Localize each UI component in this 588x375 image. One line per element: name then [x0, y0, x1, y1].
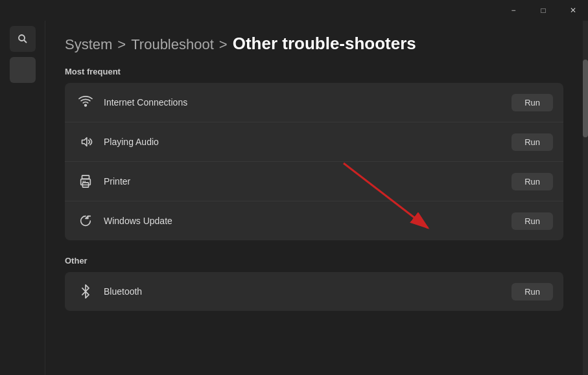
titlebar: − □ ✕: [0, 0, 588, 21]
list-item: Playing Audio Run: [65, 122, 563, 162]
list-item: Bluetooth Run: [65, 272, 563, 311]
other-container: Bluetooth Run: [65, 272, 563, 311]
wifi-icon: [75, 92, 96, 113]
sidebar: [0, 21, 45, 375]
run-button-printer[interactable]: Run: [512, 173, 553, 190]
item-label-bluetooth: Bluetooth: [104, 286, 512, 297]
run-button-audio[interactable]: Run: [512, 133, 553, 151]
settings-window: − □ ✕: [0, 0, 588, 375]
minimize-button[interactable]: −: [499, 0, 528, 21]
sidebar-nav-item[interactable]: [10, 57, 36, 83]
audio-icon: [75, 131, 96, 152]
svg-line-1: [24, 40, 27, 43]
close-button[interactable]: ✕: [558, 0, 588, 21]
svg-point-0: [19, 35, 25, 41]
breadcrumb: System > Troubleshoot > Other trouble-sh…: [65, 34, 563, 54]
scrollbar-track[interactable]: [583, 21, 588, 375]
scrollbar-thumb[interactable]: [583, 60, 588, 137]
breadcrumb-troubleshoot[interactable]: Troubleshoot: [131, 36, 214, 53]
svg-rect-6: [82, 176, 89, 179]
item-label-windows-update: Windows Update: [104, 216, 512, 226]
run-button-bluetooth[interactable]: Run: [512, 283, 553, 301]
printer-icon: [75, 171, 96, 192]
run-button-internet[interactable]: Run: [512, 94, 553, 111]
list-item: Windows Update Run: [65, 201, 563, 240]
list-item: Internet Connections Run: [65, 83, 563, 122]
section-title-other: Other: [65, 256, 563, 266]
list-item: Printer Run: [65, 162, 563, 201]
section-title-most-frequent: Most frequent: [65, 67, 563, 76]
update-icon: [75, 210, 96, 231]
item-label-internet: Internet Connections: [104, 97, 512, 108]
svg-marker-5: [82, 138, 87, 146]
breadcrumb-current: Other trouble-shooters: [233, 34, 416, 54]
search-button[interactable]: [10, 26, 36, 52]
svg-point-4: [85, 104, 87, 106]
item-label-printer: Printer: [104, 176, 512, 187]
bluetooth-icon: [75, 281, 96, 302]
breadcrumb-system[interactable]: System: [65, 36, 112, 53]
content-area: System > Troubleshoot > Other trouble-sh…: [0, 21, 588, 375]
most-frequent-container: Internet Connections Run Playing Au: [65, 83, 563, 240]
maximize-button[interactable]: □: [528, 0, 558, 21]
item-label-audio: Playing Audio: [104, 137, 512, 147]
main-content: System > Troubleshoot > Other trouble-sh…: [45, 21, 583, 339]
main-wrapper: System > Troubleshoot > Other trouble-sh…: [45, 21, 583, 375]
breadcrumb-sep2: >: [219, 36, 228, 53]
run-button-windows-update[interactable]: Run: [512, 212, 553, 230]
breadcrumb-sep1: >: [117, 36, 126, 53]
